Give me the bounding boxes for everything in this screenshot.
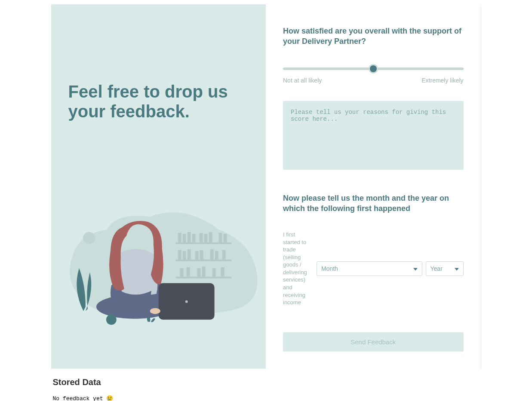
svg-rect-16: [195, 251, 198, 260]
svg-rect-20: [222, 250, 225, 260]
svg-rect-15: [187, 249, 191, 260]
month-select-wrap: Month: [317, 261, 422, 276]
question-date: Now please tell us the month and the yea…: [283, 193, 464, 214]
svg-rect-18: [210, 249, 213, 260]
headline: Feel free to drop us your feedback.: [68, 82, 249, 121]
svg-rect-19: [215, 251, 218, 260]
right-panel: How satisfied are you overall with the s…: [266, 4, 481, 369]
svg-rect-5: [182, 234, 186, 242]
year-select-wrap: Year: [426, 261, 464, 276]
svg-rect-1: [175, 242, 231, 244]
sad-emoji-icon: 😢: [106, 395, 113, 401]
stored-heading: Stored Data: [53, 377, 480, 387]
svg-rect-13: [178, 250, 181, 260]
svg-rect-6: [187, 232, 191, 242]
svg-rect-12: [223, 234, 227, 242]
svg-rect-22: [186, 267, 190, 277]
date-row-label: I first started to trade (selling goods …: [283, 231, 313, 306]
svg-rect-11: [218, 233, 222, 242]
slider-max-label: Extremely likely: [421, 77, 463, 84]
svg-rect-10: [209, 232, 212, 242]
svg-rect-32: [110, 314, 111, 316]
date-row: I first started to trade (selling goods …: [283, 231, 464, 306]
satisfaction-slider[interactable]: [283, 67, 464, 70]
left-panel: Feel free to drop us your feedback.: [51, 4, 266, 369]
svg-rect-26: [221, 267, 224, 277]
svg-rect-23: [197, 268, 200, 277]
svg-rect-8: [199, 233, 203, 242]
svg-rect-7: [192, 234, 195, 242]
question-satisfaction: How satisfied are you overall with the s…: [283, 26, 464, 47]
stored-empty-message: No feedback yet 😢: [53, 395, 480, 401]
svg-rect-2: [175, 260, 231, 261]
svg-rect-14: [182, 251, 186, 260]
feedback-card: Feel free to drop us your feedback.: [51, 4, 481, 369]
svg-rect-9: [204, 234, 207, 242]
year-select[interactable]: Year: [426, 262, 463, 275]
svg-rect-3: [175, 277, 231, 279]
month-select[interactable]: Month: [317, 262, 422, 275]
svg-rect-25: [212, 268, 215, 277]
reason-textarea[interactable]: [283, 101, 464, 170]
svg-point-29: [185, 300, 188, 303]
slider-min-label: Not at all likely: [283, 77, 322, 84]
svg-rect-4: [178, 233, 181, 242]
svg-point-30: [150, 308, 160, 314]
stored-data-section: Stored Data No feedback yet 😢: [51, 377, 481, 401]
slider-wrap: [283, 64, 464, 72]
svg-rect-17: [200, 250, 203, 260]
svg-rect-24: [202, 266, 205, 277]
send-feedback-button[interactable]: Send Feedback: [283, 332, 464, 352]
woman-laptop-illustration: [55, 178, 262, 334]
svg-point-0: [83, 232, 95, 244]
svg-rect-21: [180, 268, 183, 277]
slider-labels: Not at all likely Extremely likely: [283, 77, 464, 84]
